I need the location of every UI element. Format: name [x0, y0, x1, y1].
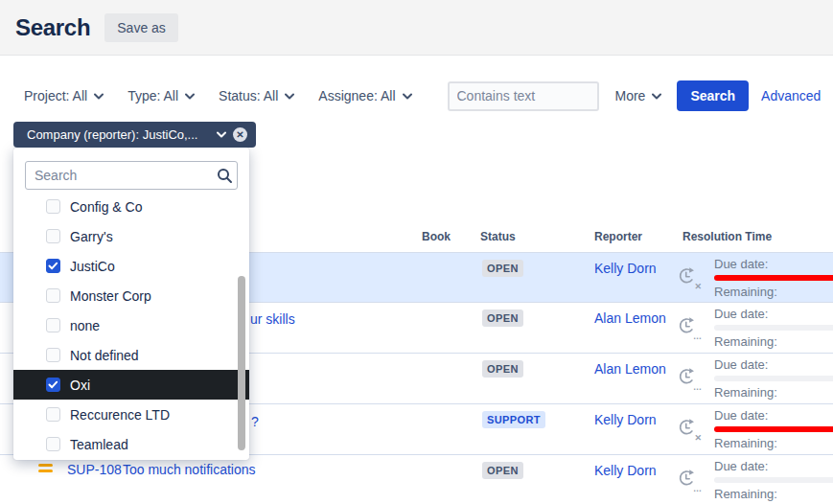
company-option-monster-corp[interactable]: Monster Corp [13, 281, 249, 310]
more-dropdown[interactable]: More [615, 88, 662, 103]
column-header-status: Status [480, 230, 516, 243]
column-header-reporter: Reporter [594, 230, 642, 243]
resolution-bar [714, 426, 833, 432]
resolution-bar [714, 275, 833, 281]
company-filter-chip[interactable]: Company (reporter): JustiCo,... ✕ [13, 122, 256, 148]
company-option-justico[interactable]: JustiCo [13, 251, 249, 281]
resolution-time-cell: Due date: Remaining: [714, 455, 833, 502]
search-button[interactable]: Search [677, 80, 749, 111]
save-as-button[interactable]: Save as [104, 13, 178, 42]
chevron-down-icon [94, 93, 104, 100]
resolution-bar [714, 477, 833, 483]
checkbox[interactable] [46, 199, 60, 214]
status-badge: OPEN [482, 360, 523, 378]
filter-dropdown-type[interactable]: Type: All [127, 88, 195, 103]
filter-dropdown-project[interactable]: Project: All [24, 88, 104, 103]
filter-search-input[interactable] [25, 161, 238, 190]
due-date-label: Due date: [714, 459, 833, 474]
reporter-link[interactable]: Alan Lemon [594, 310, 666, 326]
checkbox[interactable] [46, 318, 60, 332]
resolution-time-cell: Due date: Remaining: [714, 253, 833, 300]
chevron-down-icon [285, 93, 294, 100]
company-option-label: JustiCo [70, 259, 115, 274]
resolution-time-cell: Due date: Remaining: [714, 404, 833, 451]
company-option-reccurence-ltd[interactable]: Reccurence LTD [13, 400, 249, 429]
company-option-label: Garry's [70, 229, 113, 244]
company-option-oxi[interactable]: Oxi [13, 370, 249, 400]
company-option-label: Oxi [70, 378, 90, 393]
checkbox[interactable] [46, 259, 60, 273]
remaining-label: Remaining: [714, 436, 833, 451]
company-option-label: Reccurence LTD [70, 407, 170, 423]
remaining-label: Remaining: [714, 285, 833, 300]
filter-dropdown-assignee[interactable]: Assignee: All [318, 88, 411, 103]
remaining-label: Remaining: [714, 385, 833, 401]
chevron-down-icon [403, 93, 412, 100]
advanced-link[interactable]: Advanced [761, 88, 821, 103]
company-option-label: Not defined [70, 348, 139, 363]
checkbox[interactable] [46, 229, 60, 243]
clock-dots-icon: … [676, 468, 701, 493]
due-date-label: Due date: [714, 408, 833, 424]
clock-dots-icon: … [676, 366, 701, 391]
status-badge: OPEN [482, 462, 523, 479]
summary-fragment-link[interactable]: ur skills [250, 311, 295, 327]
page-title: Search [15, 14, 90, 41]
issue-summary-link[interactable]: Too much notifications [123, 462, 256, 477]
resolution-bar [714, 376, 833, 381]
company-filter-chip-label: Company (reporter): JustiCo,... [27, 127, 213, 142]
more-label: More [615, 88, 646, 103]
company-options-list: Config & Co Garry's JustiCo Monster Corp… [13, 192, 249, 459]
checkbox[interactable] [46, 407, 60, 422]
company-option-label: Config & Co [70, 199, 142, 215]
reporter-link[interactable]: Kelly Dorn [594, 463, 657, 478]
checkbox[interactable] [46, 288, 60, 303]
remove-filter-icon[interactable]: ✕ [233, 127, 247, 142]
chevron-down-icon [652, 93, 661, 100]
chevron-down-icon [185, 93, 195, 100]
priority-medium-icon [38, 464, 53, 475]
company-option-none[interactable]: none [13, 310, 249, 340]
resolution-bar [714, 325, 833, 331]
due-date-label: Due date: [714, 357, 833, 373]
company-option-config-co[interactable]: Config & Co [13, 192, 249, 221]
chevron-down-icon [217, 131, 226, 138]
scrollbar-thumb[interactable] [238, 276, 245, 450]
status-badge: OPEN [482, 309, 523, 327]
company-option-garry-s[interactable]: Garry's [13, 221, 249, 251]
reporter-link[interactable]: Kelly Dorn [594, 261, 657, 276]
checkbox[interactable] [46, 348, 60, 362]
checkbox[interactable] [46, 378, 60, 392]
remaining-label: Remaining: [714, 487, 833, 502]
checkbox[interactable] [46, 437, 60, 451]
reporter-link[interactable]: Alan Lemon [594, 361, 666, 377]
column-header-resolution-time: Resolution Time [683, 230, 772, 243]
due-date-label: Due date: [714, 307, 833, 322]
filter-dropdowns: Project: All Type: All Status: All Assig… [24, 88, 436, 103]
status-badge: OPEN [482, 260, 523, 277]
company-option-teamlead[interactable]: Teamlead [13, 429, 249, 459]
page-header: Search Save as [0, 0, 833, 56]
contains-text-input[interactable] [448, 81, 599, 111]
company-filter-dropdown: Config & Co Garry's JustiCo Monster Corp… [13, 148, 249, 460]
filter-dropdown-status[interactable]: Status: All [219, 88, 294, 103]
remaining-label: Remaining: [714, 334, 833, 350]
resolution-time-cell: Due date: Remaining: [714, 303, 833, 350]
clock-x-icon: ✕ [676, 417, 701, 442]
filter-bar: Project: All Type: All Status: All Assig… [24, 80, 821, 111]
clock-dots-icon: … [676, 315, 701, 340]
issue-key-link[interactable]: SUP-108 [67, 462, 122, 477]
status-badge: SUPPORT [482, 411, 545, 428]
company-option-label: Monster Corp [70, 288, 151, 304]
company-option-not-defined[interactable]: Not defined [13, 340, 249, 370]
column-header-book: Book [422, 230, 451, 243]
reporter-link[interactable]: Kelly Dorn [594, 412, 657, 427]
table-row: SUP-108 Too much notifications OPEN Kell… [0, 455, 833, 504]
company-option-label: Teamlead [70, 437, 128, 452]
due-date-label: Due date: [714, 257, 833, 272]
clock-x-icon: ✕ [676, 265, 701, 290]
summary-fragment-link[interactable]: ? [251, 414, 259, 429]
resolution-time-cell: Due date: Remaining: [714, 354, 833, 401]
company-option-label: none [70, 318, 100, 333]
